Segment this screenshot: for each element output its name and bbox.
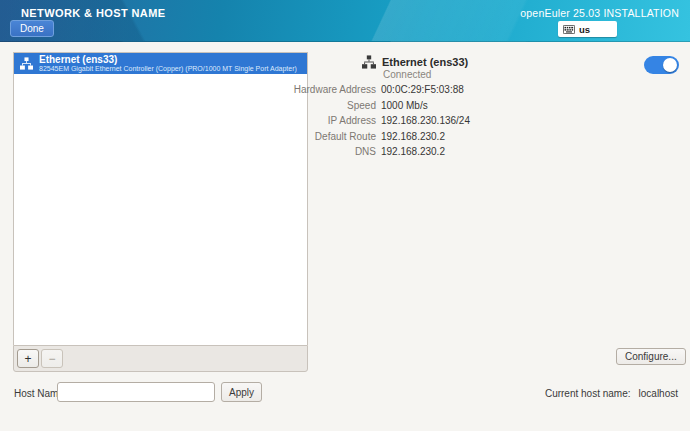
add-device-button[interactable]: + bbox=[17, 349, 39, 368]
property-label: Default Route bbox=[286, 132, 376, 142]
property-label: DNS bbox=[286, 147, 376, 157]
property-value: 192.168.230.136/24 bbox=[381, 116, 470, 126]
keyboard-layout-indicator[interactable]: us bbox=[558, 21, 617, 37]
property-value: 192.168.230.2 bbox=[381, 132, 470, 142]
wired-network-icon bbox=[20, 57, 33, 70]
page-title: NETWORK & HOST NAME bbox=[21, 7, 165, 19]
wired-network-icon bbox=[362, 55, 376, 69]
current-hostname-label: Current host name: bbox=[545, 388, 631, 399]
toggle-knob bbox=[663, 58, 677, 72]
product-title: openEuler 25.03 INSTALLATION bbox=[520, 7, 679, 19]
device-list-item-ens33[interactable]: Ethernet (ens33) 82545EM Gigabit Etherne… bbox=[14, 53, 307, 74]
device-detail-title: Ethernet (ens33) bbox=[382, 56, 468, 68]
keyboard-layout-label: us bbox=[579, 24, 590, 35]
current-hostname-value: localhost bbox=[639, 388, 678, 399]
device-properties: Hardware Address 00:0C:29:F5:03:88 Speed… bbox=[286, 85, 470, 157]
property-value: 192.168.230.2 bbox=[381, 147, 470, 157]
device-item-subtitle: 82545EM Gigabit Ethernet Controller (Cop… bbox=[39, 65, 297, 73]
device-item-title: Ethernet (ens33) bbox=[39, 54, 297, 65]
configure-button[interactable]: Configure... bbox=[616, 348, 686, 365]
network-device-list: Ethernet (ens33) 82545EM Gigabit Etherne… bbox=[13, 52, 308, 345]
device-connection-status: Connected bbox=[383, 69, 431, 80]
property-label: Speed bbox=[286, 101, 376, 111]
property-label: IP Address bbox=[286, 116, 376, 126]
keyboard-icon bbox=[563, 25, 575, 34]
device-item-texts: Ethernet (ens33) 82545EM Gigabit Etherne… bbox=[39, 54, 297, 73]
current-hostname-row: Current host name: localhost bbox=[545, 388, 678, 399]
device-enable-toggle[interactable] bbox=[644, 56, 679, 74]
property-label: Hardware Address bbox=[286, 85, 376, 95]
device-list-toolbar: + − bbox=[13, 345, 308, 372]
installation-header: NETWORK & HOST NAME Done openEuler 25.03… bbox=[0, 0, 690, 42]
property-value: 1000 Mb/s bbox=[381, 101, 470, 111]
done-button[interactable]: Done bbox=[10, 20, 54, 37]
remove-device-button[interactable]: − bbox=[41, 349, 63, 368]
hostname-input[interactable] bbox=[57, 382, 215, 402]
property-value: 00:0C:29:F5:03:88 bbox=[381, 85, 470, 95]
apply-button[interactable]: Apply bbox=[221, 382, 262, 402]
